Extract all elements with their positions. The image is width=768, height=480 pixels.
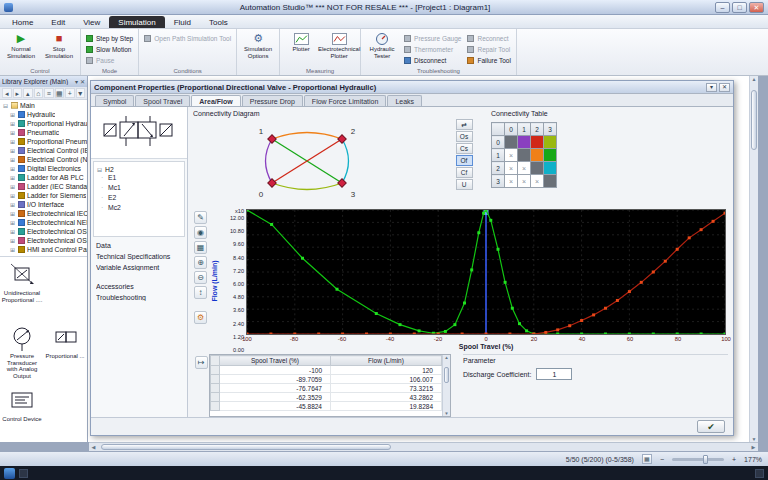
library-item-ladder-for-siemens[interactable]: ⊞Ladder for Siemens [2,191,87,200]
canvas-horizontal-scrollbar[interactable]: ◀ ▶ [89,442,758,451]
expand-icon[interactable]: ⊞ [9,210,16,217]
nav-link-accessories[interactable]: Accessories [96,283,182,290]
flow-cell[interactable]: 43.2862 [331,393,442,402]
nav-link-troubleshooting[interactable]: Troubleshooting [96,294,182,301]
spool-travel-cell[interactable]: -89.7059 [220,375,331,384]
table-scroll-down-icon[interactable]: ▼ [443,411,450,416]
forward-icon[interactable]: ▸ [13,88,23,98]
step-by-step-button[interactable]: Step by Step [84,33,135,43]
expand-icon[interactable]: ⊞ [9,129,16,136]
nav-link-variable-assignment[interactable]: Variable Assignment [96,264,182,271]
library-item-digital-electronics[interactable]: ⊞Digital Electronics [2,164,87,173]
dialog-header[interactable]: Component Properties (Proportional Direc… [91,81,733,94]
horizontal-scroll-thumb[interactable] [101,444,391,450]
strip-button-cf[interactable]: Cf [456,167,473,178]
expand-icon[interactable]: ⊞ [9,201,16,208]
expand-icon[interactable]: ⊞ [9,219,16,226]
stop-simulation-button[interactable]: ■ Stop Simulation [41,30,77,67]
strip-button-flow-direction-icon[interactable]: ⇄ [456,119,473,130]
grid-icon[interactable]: ▦ [55,88,65,98]
data-table-header[interactable]: Flow (L/min) [331,356,442,366]
expand-icon[interactable]: ⊞ [9,174,16,181]
expand-icon[interactable]: ⊞ [9,156,16,163]
expand-icon[interactable]: ⊞ [9,246,16,253]
nav-tree-item-mc2[interactable]: Mc2 [96,204,182,214]
expand-icon[interactable]: ⊞ [9,138,16,145]
library-item-i-o-interface[interactable]: ⊞I/O Interface [2,200,87,209]
nav-link-data[interactable]: Data [96,242,182,249]
ribbon-tab-tools[interactable]: Tools [200,16,237,28]
conn-cell-blocked[interactable]: × [505,149,518,162]
dialog-tab-symbol[interactable]: Symbol [95,95,134,106]
up-icon[interactable]: ▴ [23,88,33,98]
library-item-electrotechnical-nema[interactable]: ⊞Electrotechnical NEMA [2,218,87,227]
vertical-scroll-thumb[interactable] [751,90,757,150]
ribbon-tab-edit[interactable]: Edit [42,16,74,28]
home-icon[interactable]: ⌂ [34,88,44,98]
thermometer-button[interactable]: Thermometer [402,44,463,54]
spool-travel-cell[interactable]: -45.8824 [220,402,331,411]
flow-cell[interactable]: 106.007 [331,375,442,384]
flow-data-table[interactable]: Spool Travel (%)Flow (L/min)-100120-89.7… [210,355,442,411]
expand-icon[interactable]: ⊞ [9,237,16,244]
table-row[interactable]: -76.764773.3215 [211,384,442,393]
conn-cell-color[interactable] [544,149,557,162]
library-item-electrical-control-iec-standard[interactable]: ⊞Electrical Control (IEC Standard) [2,146,87,155]
conn-cell-color[interactable] [544,136,557,149]
strip-button-u[interactable]: U [456,179,473,190]
expand-icon[interactable]: ⊞ [9,147,16,154]
conn-cell-color[interactable] [531,149,544,162]
dialog-pin-icon[interactable]: ▾ [706,83,717,92]
component-pressure-transducer[interactable]: Pressure Transducer with Analog Output [1,323,43,385]
edit-curve-icon[interactable]: ✎ [194,211,207,224]
expand-icon[interactable]: ⊞ [9,120,16,127]
flow-cell[interactable]: 73.3215 [331,384,442,393]
library-item-electrotechnical-osha[interactable]: ⊞Electrotechnical OSHA [2,227,87,236]
library-item-ladder-for-ab-plc[interactable]: ⊞Ladder for AB PLC [2,173,87,182]
conn-cell-color[interactable] [531,136,544,149]
component-proportional[interactable]: Proportional ... [44,323,86,385]
conn-cell-blocked[interactable]: × [518,175,531,188]
grid-icon[interactable]: ▦ [194,241,207,254]
expand-icon[interactable]: ⊞ [9,192,16,199]
table-vertical-scrollbar[interactable]: ▲ ▼ [442,355,450,416]
dialog-tab-spool-travel[interactable]: Spool Travel [135,95,190,106]
library-item-electrotechnical-iec[interactable]: ⊞Electrotechnical IEC [2,209,87,218]
discharge-coefficient-input[interactable]: 1 [536,368,572,380]
nav-tree-item-mc1[interactable]: Mc1 [96,184,182,194]
spool-travel-cell[interactable]: -76.7647 [220,384,331,393]
ribbon-tab-simulation[interactable]: Simulation [109,16,164,28]
conn-cell-blocked[interactable]: × [518,162,531,175]
settings-gear-icon[interactable]: ⚙ [194,311,207,324]
zoom-slider-thumb[interactable] [703,455,708,464]
table-scroll-thumb[interactable] [444,367,449,383]
failure-tool-button[interactable]: Failure Tool [465,55,512,65]
nav-link-technical-specifications[interactable]: Technical Specifications [96,253,182,260]
list-icon[interactable]: ≡ [44,88,54,98]
panel-close-icon[interactable]: ✕ [80,78,85,85]
dialog-tab-area-flow[interactable]: Area/Flow [191,95,240,106]
component-control-device[interactable]: Control Device [1,386,43,442]
conn-cell-color[interactable] [544,162,557,175]
expand-icon[interactable]: ⊞ [9,111,16,118]
flow-chart-plot[interactable] [246,209,726,335]
flow-cell[interactable]: 19.8284 [331,402,442,411]
table-scroll-up-icon[interactable]: ▲ [443,355,450,360]
close-button[interactable]: ✕ [749,2,764,13]
strip-button-cs[interactable]: Cs [456,143,473,154]
open-path-simulation-tool-button[interactable]: Open Path Simulation Tool [142,33,233,43]
minimize-button[interactable]: – [715,2,730,13]
taskbar-tray-icon[interactable] [755,469,764,478]
table-row[interactable]: -89.7059106.007 [211,375,442,384]
library-item-proportional-hydraulic[interactable]: ⊞Proportional Hydraulic [2,119,87,128]
spool-travel-cell[interactable]: -100 [220,366,331,375]
ribbon-tab-fluid[interactable]: Fluid [165,16,200,28]
pressure-gauge-button[interactable]: Pressure Gauge [402,33,463,43]
library-item-hydraulic[interactable]: ⊞Hydraulic [2,110,87,119]
component-unidirectional-proportional[interactable]: Unidirectional Proportional .... [1,260,43,322]
library-item-electrotechnical-osha[interactable]: ⊞Electrotechnical OSHA [2,236,87,245]
repair-tool-button[interactable]: Repair Tool [465,44,512,54]
nav-tree-root[interactable]: ⊟H2 [96,164,182,174]
table-row[interactable]: -45.882419.8284 [211,402,442,411]
zoom-in-icon[interactable]: + [732,456,736,463]
